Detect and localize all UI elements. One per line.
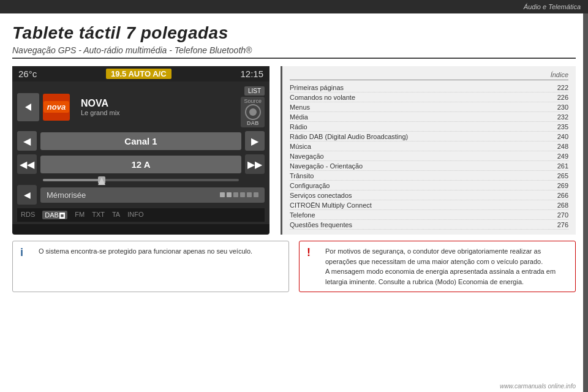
eject-button[interactable]: ◀ — [17, 185, 37, 205]
next-track-button[interactable]: ▶▶ — [245, 154, 265, 174]
list-button[interactable]: LIST — [244, 86, 265, 96]
next-channel-button[interactable]: ▶ — [245, 131, 265, 151]
info-box-2-text: Por motivos de segurança, o condutor dev… — [325, 246, 568, 287]
index-row: Telefone270 — [290, 210, 568, 220]
index-page-number: 268 — [550, 202, 568, 209]
dot-3 — [233, 192, 238, 197]
index-row: Primeiras páginas222 — [290, 83, 568, 92]
index-page-number: 270 — [550, 211, 568, 219]
index-row: Comandos no volante226 — [290, 92, 568, 102]
info-box-2: ! Por motivos de segurança, o condutor d… — [299, 241, 576, 292]
warning-icon: ! — [307, 246, 319, 259]
content-row: 26°c 19.5 AUTO A/C 12:15 nova NOVA — [12, 66, 576, 235]
info-boxes: i O sistema encontra-se protegido para f… — [12, 241, 576, 292]
track-display: 12 A — [40, 156, 241, 173]
dab-label: DAB — [247, 120, 259, 126]
dot-2 — [227, 192, 232, 197]
progress-track[interactable] — [43, 179, 239, 181]
rds-bar: RDS DAB■ FM TXT TA INFO — [17, 208, 265, 222]
top-bar: Áudio e Telemática — [0, 0, 588, 13]
prev-track-button[interactable]: ◀◀ — [17, 154, 37, 174]
index-label: Trânsito — [290, 172, 314, 179]
progress-container — [17, 178, 265, 183]
index-row: Configuração269 — [290, 181, 568, 190]
rds-info: INFO — [127, 211, 143, 219]
index-page-number: 222 — [550, 84, 568, 91]
rds-ta: TA — [112, 211, 120, 219]
index-label: Primeiras páginas — [290, 84, 344, 91]
index-label: Música — [290, 143, 311, 150]
footer-url: www.carmanuals online.info — [500, 383, 576, 390]
memory-label: Mémorisée — [47, 190, 86, 200]
index-panel: Índice Primeiras páginas222Comandos no v… — [281, 66, 576, 235]
status-bar: 26°c 19.5 AUTO A/C 12:15 — [12, 66, 270, 81]
svg-marker-1 — [98, 178, 105, 185]
info-box-1: i O sistema encontra-se protegido para f… — [12, 241, 289, 292]
progress-thumb — [98, 176, 105, 184]
section-title: Áudio e Telemática — [524, 3, 581, 10]
index-label: Comandos no volante — [290, 94, 355, 101]
info-box-1-text: O sistema encontra-se protegido para fun… — [39, 246, 252, 257]
index-label: Questões frequentes — [290, 221, 352, 228]
index-row: Menus230 — [290, 102, 568, 112]
index-page-number: 248 — [550, 143, 568, 150]
dot-4 — [240, 192, 245, 197]
main-content: Tablete táctil 7 polegadas Navegação GPS… — [0, 13, 588, 392]
source-icon — [245, 104, 261, 120]
index-page-number: 235 — [550, 123, 568, 130]
station-program: Le grand mix — [81, 109, 241, 116]
progress-fill — [43, 179, 102, 181]
memory-bar: Mémorisée — [40, 187, 265, 203]
index-row: Serviços conectados266 — [290, 190, 568, 200]
index-label: Média — [290, 113, 308, 121]
station-name: NOVA — [81, 98, 241, 109]
memory-dots — [220, 192, 258, 197]
index-label: Rádio DAB (Digital Audio Broadcasting) — [290, 133, 408, 140]
index-row: Navegação - Orientação261 — [290, 161, 568, 171]
rds-fm: FM — [75, 211, 85, 219]
clock: 12:15 — [240, 69, 263, 79]
station-info: NOVA Le grand mix — [81, 98, 241, 116]
station-logo-container: nova — [43, 94, 70, 121]
index-label: Serviços conectados — [290, 192, 352, 199]
index-page-number: 226 — [550, 94, 568, 101]
index-page-number: 261 — [550, 162, 568, 170]
source-button[interactable]: Source DAB — [241, 97, 265, 127]
index-row: Navegação249 — [290, 151, 568, 161]
index-row: Música248 — [290, 141, 568, 151]
source-label: Source — [244, 98, 262, 104]
index-page-number: 269 — [550, 182, 568, 189]
page-title: Tablete táctil 7 polegadas — [12, 23, 576, 43]
bottom-controls: ◀ Mémorisée — [17, 185, 265, 205]
index-row: Rádio235 — [290, 122, 568, 132]
channel-display: Canal 1 — [40, 132, 241, 150]
index-label: Menus — [290, 104, 310, 111]
index-header: Índice — [290, 71, 568, 80]
index-page-number: 240 — [550, 133, 568, 140]
station-logo: nova — [43, 101, 69, 113]
index-row: CITROËN Multiply Connect268 — [290, 200, 568, 210]
station-header: nova NOVA Le grand mix LIST Source — [17, 86, 265, 127]
temperature: 26°c — [18, 69, 37, 79]
index-row: Média232 — [290, 112, 568, 122]
index-page-number: 266 — [550, 192, 568, 199]
source-icon-inner — [249, 108, 257, 116]
index-page-number: 249 — [550, 153, 568, 160]
index-label: Rádio — [290, 123, 307, 130]
index-row: Questões frequentes276 — [290, 220, 568, 230]
back-button[interactable] — [17, 93, 39, 121]
index-label: Navegação — [290, 153, 324, 160]
index-row: Rádio DAB (Digital Audio Broadcasting)24… — [290, 132, 568, 141]
prev-channel-button[interactable]: ◀ — [17, 131, 37, 151]
rds-rds: RDS — [21, 211, 35, 219]
right-edge-bar — [583, 13, 588, 392]
index-page-number: 230 — [550, 104, 568, 111]
dot-1 — [220, 192, 225, 197]
station-controls: LIST Source DAB — [241, 86, 265, 127]
radio-ui: nova NOVA Le grand mix LIST Source — [12, 81, 270, 224]
track-row: ◀◀ 12 A ▶▶ — [17, 154, 265, 174]
dot-6 — [254, 192, 258, 197]
index-label: Telefone — [290, 211, 315, 219]
index-rows: Primeiras páginas222Comandos no volante2… — [290, 83, 568, 230]
index-label: Navegação - Orientação — [290, 162, 363, 170]
